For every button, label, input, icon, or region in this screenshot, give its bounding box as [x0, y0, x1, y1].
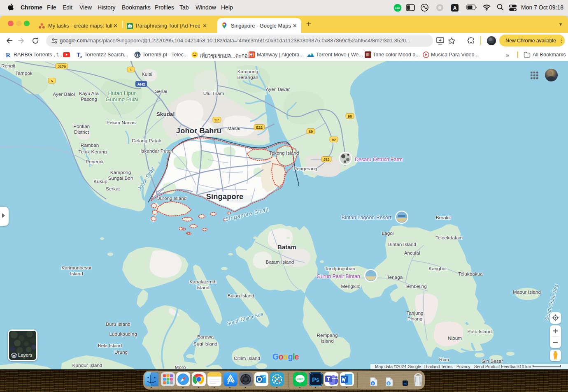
svg-text:E22: E22: [256, 125, 263, 130]
svg-text:Ps: Ps: [312, 376, 319, 383]
svg-text:LINE: LINE: [395, 7, 400, 9]
svg-text:17: 17: [215, 118, 219, 122]
svg-text:A: A: [453, 5, 457, 11]
svg-text:T: T: [77, 51, 80, 58]
svg-text:J170: J170: [58, 65, 66, 69]
svg-text:Ps: Ps: [404, 383, 407, 385]
svg-text:AH2: AH2: [137, 82, 145, 86]
svg-text:1: 1: [130, 68, 132, 72]
svg-text:J52: J52: [323, 158, 329, 162]
svg-text:89: 89: [309, 130, 313, 134]
svg-text:LINE: LINE: [296, 377, 303, 381]
svg-text:5: 5: [51, 79, 53, 83]
svg-text:R: R: [6, 51, 11, 58]
svg-text:2: 2: [80, 55, 82, 58]
svg-text:90: 90: [348, 114, 352, 118]
svg-text:92: 92: [332, 138, 336, 142]
